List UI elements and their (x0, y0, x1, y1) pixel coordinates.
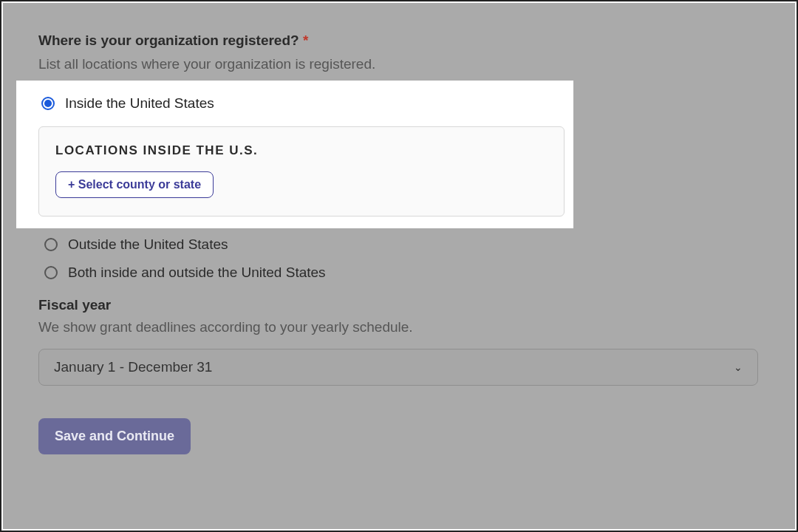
select-county-or-state-button[interactable]: + Select county or state (55, 171, 214, 198)
locations-title: LOCATIONS INSIDE THE U.S. (55, 143, 548, 158)
radio-inside[interactable]: Inside the United States (41, 95, 566, 112)
question-label: Where is your organization registered? * (38, 33, 760, 49)
fiscal-year-label: Fiscal year (38, 297, 760, 313)
form-page: Where is your organization registered? *… (3, 3, 795, 529)
radio-both[interactable]: Both inside and outside the United State… (44, 265, 760, 281)
save-and-continue-button[interactable]: Save and Continue (38, 418, 191, 454)
locations-box: LOCATIONS INSIDE THE U.S. + Select count… (38, 126, 565, 216)
window-frame: Where is your organization registered? *… (0, 0, 798, 532)
fiscal-year-help: We show grant deadlines according to you… (38, 319, 760, 335)
chevron-down-icon: ⌄ (734, 361, 743, 373)
required-marker: * (303, 33, 308, 48)
radio-outside-label: Outside the United States (68, 236, 228, 253)
fiscal-year-selected: January 1 - December 31 (54, 359, 212, 375)
radio-outside[interactable]: Outside the United States (44, 236, 760, 253)
radio-icon (44, 238, 58, 251)
radio-icon (44, 266, 58, 279)
inside-us-panel: Inside the United States LOCATIONS INSID… (16, 81, 573, 228)
radio-both-label: Both inside and outside the United State… (68, 265, 326, 281)
fiscal-year-select[interactable]: January 1 - December 31 ⌄ (38, 349, 758, 386)
question-help: List all locations where your organizati… (38, 56, 760, 72)
radio-selected-icon (41, 97, 55, 110)
radio-dot-icon (44, 100, 52, 107)
radio-inside-label: Inside the United States (65, 95, 214, 112)
question-text: Where is your organization registered? (38, 33, 299, 48)
